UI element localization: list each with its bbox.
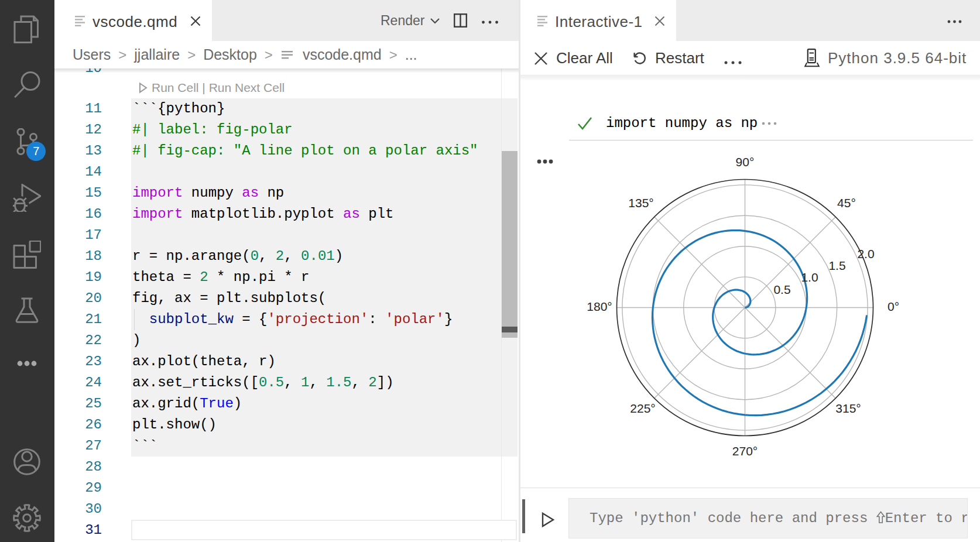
svg-text:180°: 180°	[587, 300, 612, 313]
svg-text:135°: 135°	[628, 196, 653, 210]
svg-text:270°: 270°	[732, 444, 758, 458]
svg-text:0.5: 0.5	[773, 283, 790, 296]
svg-text:225°: 225°	[630, 402, 655, 415]
svg-text:1.5: 1.5	[828, 259, 845, 272]
svg-text:315°: 315°	[835, 402, 861, 415]
svg-text:90°: 90°	[736, 155, 755, 169]
svg-text:45°: 45°	[837, 196, 856, 210]
svg-text:0°: 0°	[888, 300, 899, 313]
svg-text:2.0: 2.0	[857, 247, 874, 260]
svg-text:1.0: 1.0	[801, 270, 818, 284]
